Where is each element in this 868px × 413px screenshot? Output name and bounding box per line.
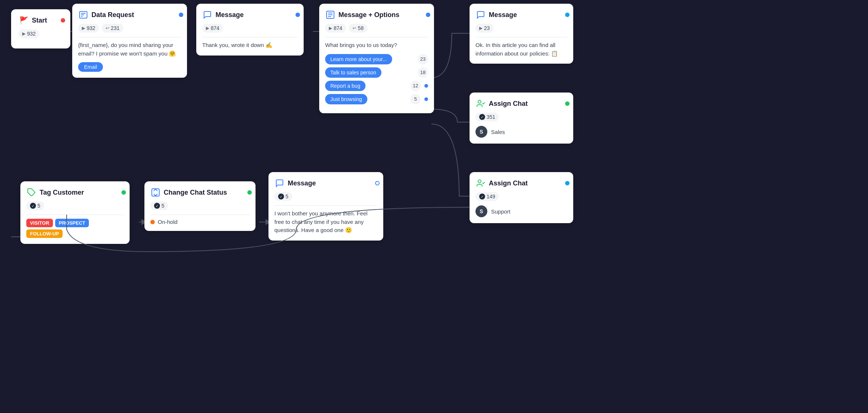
assign-agent-1: S Sales [475, 126, 567, 138]
message3-body: I won't bother you anymore then. Feel fr… [274, 209, 377, 235]
start-dot [61, 18, 65, 23]
data-request-title: Data Request [91, 11, 181, 19]
assign-chat-1-check-stat: ✓ 351 [475, 113, 499, 121]
tag-customer-check-stat: ✓ 5 [26, 201, 44, 210]
message3-title: Message [288, 179, 377, 187]
option-row-2: Talk to sales person 18 [325, 67, 428, 78]
data-request-body: {first_name}, do you mind sharing your e… [78, 41, 181, 58]
tag-visitor: VISITOR [26, 219, 53, 227]
check-icon-2: ✓ [479, 194, 485, 199]
message-options-body: What brings you to us today? [325, 41, 428, 50]
message2-send-stat: ▶ 23 [475, 24, 494, 33]
svg-rect-16 [152, 189, 159, 196]
assign-chat-2-icon [475, 178, 486, 188]
agent-avatar-support: S [475, 205, 487, 217]
tag-customer-title: Tag Customer [40, 189, 124, 197]
check-icon-msg3: ✓ [278, 194, 284, 199]
tag-followup: FOLLOW-UP [26, 229, 63, 238]
option-row-1: Learn more about your... 23 [325, 54, 428, 64]
status-text: On-hold [158, 219, 177, 225]
option-count-report-bug: 12 [410, 81, 421, 91]
option-dot-just-browsing [424, 97, 428, 101]
assign-chat-2-node: Assign Chat ✓ 149 S Support [470, 172, 573, 223]
option-row-report-bug: Report a bug 12 [325, 81, 428, 91]
message2-dot [565, 13, 570, 17]
option-row-just-browsing: Just browsing 5 [325, 94, 428, 104]
options-list: Learn more about your... 23 Talk to sale… [325, 54, 428, 104]
option-count-1: 23 [418, 54, 428, 64]
start-icon: 🚩 [19, 15, 29, 26]
message-options-send-stat: ▶ 874 [325, 24, 346, 33]
status-indicator: On-hold [150, 219, 250, 225]
message1-node: Message ▶ 874 Thank you, wrote it down ✍ [196, 4, 304, 56]
message2-icon [475, 10, 486, 20]
assign-chat-2-title: Assign Chat [489, 179, 567, 187]
message1-send-stat: ▶ 874 [202, 24, 223, 33]
option-count-just-browsing: 5 [410, 94, 421, 104]
assign-chat-1-node: Assign Chat ✓ 351 S Sales [470, 93, 573, 144]
message1-body: Thank you, wrote it down ✍ [202, 41, 298, 50]
change-chat-status-node: Change Chat Status ✓ 5 On-hold [144, 181, 256, 231]
message-options-node: Message + Options ▶ 874 ↩ 58 What brings… [319, 4, 434, 113]
message3-check-stat: ✓ 5 [274, 192, 292, 201]
assign-chat-1-dot [565, 101, 570, 106]
data-request-dot [179, 13, 183, 17]
message-options-reply-stat: ↩ 58 [349, 24, 367, 33]
svg-point-13 [478, 100, 481, 103]
data-request-icon [78, 10, 89, 20]
message-options-title: Message + Options [338, 11, 428, 19]
start-title: Start [32, 17, 63, 24]
assign-chat-2-check-stat: ✓ 149 [475, 192, 499, 201]
change-chat-status-dot [247, 190, 252, 195]
option-just-browsing[interactable]: Just browsing [325, 94, 367, 104]
start-node: 🚩 Start ▶ 932 [11, 9, 70, 48]
option-report-bug[interactable]: Report a bug [325, 81, 365, 91]
data-request-send-stat: ▶ 932 [78, 24, 99, 33]
svg-point-14 [478, 180, 481, 183]
message-options-icon [325, 10, 335, 20]
message3-icon [274, 178, 285, 188]
data-request-reply-stat: ↩ 231 [102, 24, 123, 33]
assign-agent-2: S Support [475, 205, 567, 217]
option-sales[interactable]: Talk to sales person [325, 67, 381, 78]
data-request-node: Data Request ▶ 932 ↩ 231 {first_name}, d… [72, 4, 187, 78]
check-icon-1: ✓ [479, 114, 485, 120]
tag-prospect: PROSPECT [55, 219, 89, 227]
message3-dot [375, 181, 380, 185]
email-input-badge: Email [78, 62, 103, 72]
message3-node: Message ✓ 5 I won't bother you anymore t… [268, 172, 383, 241]
message1-dot [296, 13, 300, 17]
message2-title: Message [489, 11, 567, 19]
change-chat-status-icon [150, 187, 161, 198]
assign-chat-2-dot [565, 181, 570, 185]
tag-list: VISITOR PROSPECT FOLLOW-UP [26, 219, 124, 238]
option-count-2: 18 [418, 67, 428, 78]
assign-chat-1-title: Assign Chat [489, 100, 567, 108]
message2-node: Message ▶ 23 Ok. In this article you can… [470, 4, 573, 64]
agent-avatar-sales: S [475, 126, 487, 138]
assign-chat-1-icon [475, 98, 486, 109]
status-dot-orange [150, 220, 155, 224]
message2-body: Ok. In this article you can find all inf… [475, 41, 567, 58]
message-options-dot [426, 13, 430, 17]
message1-title: Message [216, 11, 298, 19]
tag-customer-dot [121, 190, 126, 195]
message1-icon [202, 10, 213, 20]
start-stat: ▶ 932 [19, 29, 39, 38]
tag-customer-icon [26, 187, 37, 198]
change-chat-status-check-stat: ✓ 5 [150, 201, 168, 210]
change-chat-status-title: Change Chat Status [164, 189, 250, 197]
tag-customer-node: Tag Customer ✓ 5 VISITOR PROSPECT FOLLOW… [20, 181, 130, 244]
send-icon: ▶ [22, 31, 26, 36]
agent-name-sales: Sales [491, 129, 505, 135]
option-dot-report-bug [424, 84, 428, 88]
check-icon-tag: ✓ [30, 203, 36, 209]
agent-name-support: Support [491, 208, 511, 215]
check-icon-status: ✓ [154, 203, 160, 209]
option-learn-more[interactable]: Learn more about your... [325, 54, 392, 64]
